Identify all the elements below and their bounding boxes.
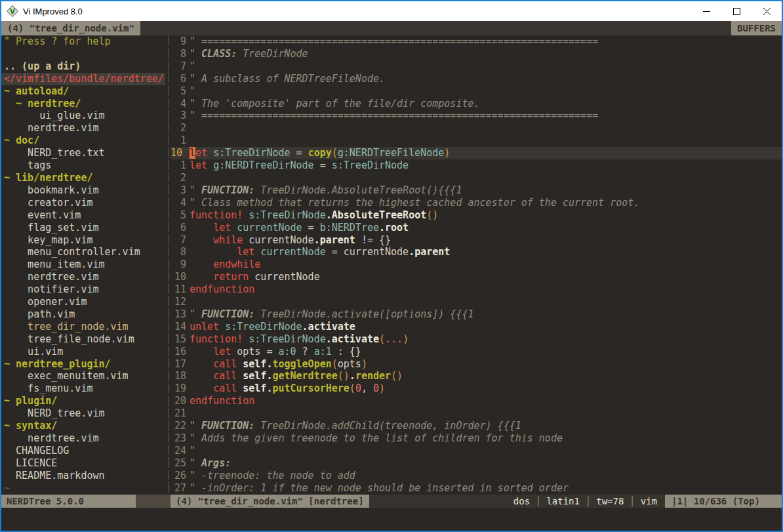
tree-item[interactable]: notifier.vim [1, 283, 165, 296]
code-line[interactable]: 4" Class method that returns the highest… [171, 197, 782, 209]
tree-item[interactable]: nerdtree.vim [1, 122, 165, 134]
tree-item[interactable]: event.vim [1, 209, 165, 222]
code-line[interactable]: 5" [171, 85, 782, 98]
line-number: 7 [171, 234, 186, 247]
code-line[interactable]: 23" Adds the given treenode to the list … [171, 432, 782, 445]
line-number: 6 [171, 222, 186, 234]
tree-blank-line [1, 48, 165, 60]
command-line[interactable] [1, 508, 782, 531]
tree-item[interactable]: ui_glue.vim [1, 110, 165, 122]
code-line[interactable]: 27" -inOrder: 1 if the new node should b… [171, 482, 782, 495]
code-line[interactable]: 9" =====================================… [171, 35, 782, 48]
code-line[interactable]: 7" [171, 60, 782, 73]
code-line[interactable]: 17 call self.toggleOpen(opts) [171, 358, 782, 371]
code-text: " ======================================… [190, 35, 598, 48]
status-separator: │ [624, 496, 640, 506]
titlebar[interactable]: V Vi IMproved 8.0 [1, 1, 782, 21]
vim-logo-icon[interactable]: V [7, 5, 18, 17]
tree-item[interactable]: exec_menuitem.vim [1, 370, 165, 382]
code-line[interactable]: 2 [171, 172, 782, 184]
nerdtree-panel: " Press ? for help .. (up a dir)</vimfil… [1, 35, 165, 495]
tree-item[interactable]: opener.vim [1, 296, 165, 308]
code-line[interactable]: 19 call self.putCursorHere(0, 0) [171, 382, 782, 395]
code-text: while currentNode.parent != {} [190, 234, 391, 247]
line-number: 27 [171, 482, 186, 495]
tree-item[interactable]: README.markdown [1, 470, 165, 482]
code-line[interactable]: 18 call self.getNerdtree().render() [171, 370, 782, 382]
code-line[interactable]: 2 [171, 122, 782, 134]
nerdtree-version-label: NERDTree 5.0.0 [1, 495, 136, 508]
window-split-separator[interactable] [165, 35, 171, 495]
tree-item[interactable]: NERD_tree.txt [1, 147, 165, 159]
code-line[interactable]: 1 [171, 134, 782, 147]
tree-item[interactable]: ~ plugin/ [1, 395, 165, 407]
code-text: " [190, 85, 195, 98]
tree-item[interactable]: ~ autoload/ [1, 85, 165, 98]
tree-item[interactable]: key_map.vim [1, 234, 165, 247]
tree-item[interactable]: ~ nerdtree_plugin/ [1, 358, 165, 371]
code-text: endfunction [190, 395, 254, 407]
tree-item[interactable]: creator.vim [1, 197, 165, 209]
code-text: return currentNode [190, 271, 320, 283]
code-text: function! s:TreeDirNode.activate(...) [190, 333, 409, 346]
code-text: " Class method that returns the highest … [190, 197, 639, 209]
code-line[interactable]: 24" [171, 445, 782, 457]
code-line[interactable]: 13" FUNCTION: TreeDirNode.activate([opti… [171, 308, 782, 321]
code-line[interactable]: 12 [171, 296, 782, 308]
tree-item[interactable]: flag_set.vim [1, 222, 165, 234]
code-line[interactable]: 7 while currentNode.parent != {} [171, 234, 782, 247]
code-line[interactable]: 25" Args: [171, 457, 782, 470]
code-line[interactable]: 26" -treenode: the node to add [171, 470, 782, 482]
code-line[interactable]: 6" A subclass of NERDTreeFileNode. [171, 73, 782, 85]
main-area: " Press ? for help .. (up a dir)</vimfil… [1, 35, 782, 495]
code-line[interactable]: 15function! s:TreeDirNode.activate(...) [171, 333, 782, 346]
tab-tree-dir-node[interactable]: (4) "tree_dir_node.vim" [1, 21, 140, 35]
tree-item[interactable]: ~ lib/nerdtree/ [1, 172, 165, 184]
tree-item[interactable]: ~ syntax/ [1, 420, 165, 432]
tree-item[interactable]: ~ nerdtree/ [1, 98, 165, 110]
code-text: " A subclass of NERDTreeFileNode. [190, 73, 385, 85]
code-line[interactable]: 20endfunction [171, 395, 782, 407]
tree-item[interactable]: menu_item.vim [1, 258, 165, 271]
code-line[interactable]: 22" FUNCTION: TreeDirNode.addChild(treen… [171, 420, 782, 432]
tree-item[interactable]: " Press ? for help [1, 35, 165, 48]
tree-item[interactable]: menu_controller.vim [1, 246, 165, 258]
tree-item[interactable]: tags [1, 159, 165, 172]
tree-item[interactable]: .. (up a dir) [1, 60, 165, 73]
code-line[interactable]: 11endfunction [171, 283, 782, 296]
tree-item[interactable]: LICENCE [1, 457, 165, 470]
code-line[interactable]: 3" FUNCTION: TreeDirNode.AbsoluteTreeRoo… [171, 184, 782, 197]
tree-item[interactable]: fs_menu.vim [1, 382, 165, 395]
tree-item[interactable]: path.vim [1, 308, 165, 321]
tree-item[interactable]: bookmark.vim [1, 184, 165, 197]
tree-item[interactable]: tree_file_node.vim [1, 333, 165, 346]
code-line[interactable]: 5function! s:TreeDirNode.AbsoluteTreeRoo… [171, 209, 782, 222]
code-line[interactable]: 1let g:NERDTreeDirNode = s:TreeDirNode [171, 159, 782, 172]
tree-item[interactable]: tree_dir_node.vim [1, 321, 165, 333]
code-line-current[interactable]: 10let s:TreeDirNode = copy(g:NERDTreeFil… [171, 147, 782, 159]
tree-item[interactable]: ui.vim [1, 346, 165, 358]
tree-item[interactable]: nerdtree.vim [1, 271, 165, 283]
tree-item[interactable]: NERD_tree.vim [1, 407, 165, 420]
maximize-button[interactable] [721, 1, 752, 21]
tree-item[interactable]: CHANGELOG [1, 445, 165, 457]
minimize-button[interactable] [691, 1, 721, 21]
code-line[interactable]: 16 let opts = a:0 ? a:1 : {} [171, 346, 782, 358]
code-line[interactable]: 9 endwhile [171, 258, 782, 271]
code-line[interactable]: 8 let currentNode = currentNode.parent [171, 246, 782, 258]
code-line[interactable]: 6 let currentNode = b:NERDTree.root [171, 222, 782, 234]
line-number: 4 [171, 197, 186, 209]
code-line[interactable]: 3" =====================================… [171, 110, 782, 122]
code-line[interactable]: 8" CLASS: TreeDirNode [171, 48, 782, 60]
code-line[interactable]: 14unlet s:TreeDirNode.activate [171, 321, 782, 333]
line-number: 9 [171, 35, 186, 48]
tree-root-path[interactable]: </vimfiles/bundle/nerdtree/ [1, 73, 165, 85]
tree-item[interactable]: nerdtree.vim [1, 432, 165, 445]
close-button[interactable] [752, 1, 782, 21]
code-line[interactable]: 10 return currentNode [171, 271, 782, 283]
tree-item[interactable]: ~ doc/ [1, 134, 165, 147]
code-line[interactable]: 21 [171, 407, 782, 420]
code-text: function! s:TreeDirNode.AbsoluteTreeRoot… [190, 209, 438, 222]
code-text: " CLASS: TreeDirNode [190, 48, 308, 60]
code-line[interactable]: 4" The 'composite' part of the file/dir … [171, 98, 782, 110]
